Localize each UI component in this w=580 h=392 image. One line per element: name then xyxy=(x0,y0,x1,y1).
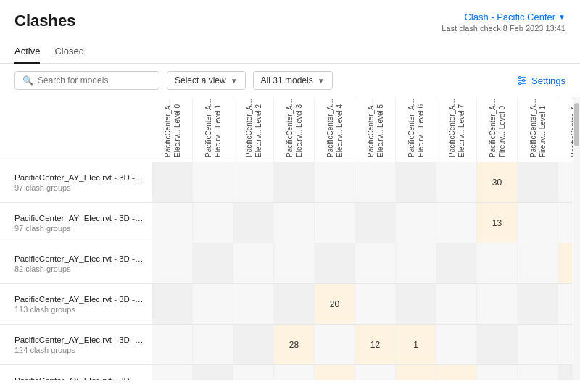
matrix-cell[interactable] xyxy=(152,162,193,202)
matrix-row: 30 xyxy=(152,162,573,203)
view-dropdown-label: Select a view xyxy=(175,75,226,86)
last-check-info: Last clash check 8 Feb 2023 13:41 xyxy=(442,24,566,33)
matrix-row: 13 xyxy=(152,203,573,243)
col-header: PacificCenter_AY_Elec.rv... Level 2 xyxy=(233,97,274,162)
matrix-cell[interactable] xyxy=(233,365,274,380)
last-check-date: 8 Feb 2023 13:41 xyxy=(503,24,566,33)
matrix-cell[interactable]: 1 xyxy=(396,325,436,364)
matrix-cell[interactable] xyxy=(518,284,558,324)
matrix-cell[interactable] xyxy=(396,284,436,324)
matrix-cell[interactable] xyxy=(274,243,315,283)
matrix-cell[interactable] xyxy=(355,162,396,202)
matrix-cell[interactable]: 14 xyxy=(558,243,573,283)
matrix-cell[interactable]: 13 xyxy=(477,203,518,243)
matrix-cell[interactable] xyxy=(152,365,193,380)
matrix-cell[interactable]: 1 xyxy=(436,365,477,380)
row-header: PacificCenter_AY_Elec.rvt - 3D - Level 2… xyxy=(0,243,152,284)
matrix-cell[interactable]: 12 xyxy=(355,325,396,364)
col-header: PacificCenter_AY_Elec.rv... Level 3 xyxy=(274,97,315,162)
row-header: PacificCenter_AY_Elec.rvt - 3D - Level 4… xyxy=(0,325,152,365)
matrix-cell[interactable] xyxy=(152,243,193,283)
tab-closed[interactable]: Closed xyxy=(54,41,83,64)
matrix-cell[interactable]: 22 xyxy=(315,365,355,380)
matrix-cell[interactable]: 15 xyxy=(396,365,436,380)
matrix-cell[interactable] xyxy=(233,203,274,243)
matrix-cell[interactable] xyxy=(315,203,355,243)
svg-point-5 xyxy=(519,83,521,85)
matrix-cell[interactable]: 20 xyxy=(315,284,355,324)
matrix-cell[interactable] xyxy=(315,325,355,364)
matrix-cell[interactable] xyxy=(193,365,233,380)
matrix-cell[interactable] xyxy=(152,203,193,243)
matrix-cell[interactable] xyxy=(396,162,436,202)
matrix-cell[interactable] xyxy=(355,203,396,243)
matrix-cell[interactable] xyxy=(518,325,558,364)
clash-matrix: PacificCenter_AY_Elec.rvt - 3D - Level 0… xyxy=(0,97,580,380)
matrix-cell[interactable] xyxy=(355,284,396,324)
matrix-cell[interactable] xyxy=(518,162,558,202)
col-header: PacificCenter_AY_Elec.rv... Level 7 xyxy=(436,97,477,162)
matrix-cell[interactable] xyxy=(558,325,573,364)
matrix-cell[interactable] xyxy=(193,325,233,364)
matrix-scroll[interactable]: PacificCenter_AY_Elec.rv... Level 0Pacif… xyxy=(152,97,573,380)
matrix-cell[interactable] xyxy=(274,203,315,243)
row-header: PacificCenter_AY_Elec.rvt - 3D - Level 5… xyxy=(0,365,152,380)
matrix-cell[interactable] xyxy=(436,243,477,283)
matrix-cell[interactable] xyxy=(436,162,477,202)
matrix-cell[interactable] xyxy=(152,325,193,364)
matrix-cell[interactable] xyxy=(477,243,518,283)
matrix-cell[interactable] xyxy=(436,203,477,243)
clash-link[interactable]: Clash - Pacific Center ▼ xyxy=(442,12,566,22)
svg-point-3 xyxy=(519,77,521,79)
matrix-cell[interactable]: 28 xyxy=(274,325,315,364)
row-header-sub: 113 clash groups xyxy=(14,305,145,314)
matrix-cell[interactable] xyxy=(233,243,274,283)
search-input[interactable] xyxy=(38,75,152,86)
matrix-cell[interactable] xyxy=(396,203,436,243)
matrix-cell[interactable] xyxy=(274,284,315,324)
matrix-cell[interactable] xyxy=(315,162,355,202)
matrix-cell[interactable] xyxy=(396,243,436,283)
matrix-cell[interactable] xyxy=(233,325,274,364)
view-dropdown[interactable]: Select a view ▼ xyxy=(167,71,246,90)
matrix-cell[interactable] xyxy=(233,284,274,324)
matrix-row: 22151 xyxy=(152,365,573,380)
matrix-cell[interactable] xyxy=(193,162,233,202)
matrix-cell[interactable] xyxy=(355,243,396,283)
row-header: PacificCenter_AY_Elec.rvt - 3D - Level 1… xyxy=(0,203,152,243)
matrix-cell[interactable] xyxy=(436,325,477,364)
matrix-cell[interactable] xyxy=(193,284,233,324)
matrix-cell[interactable] xyxy=(558,284,573,324)
matrix-cell[interactable] xyxy=(518,203,558,243)
matrix-cell[interactable] xyxy=(233,162,274,202)
settings-button[interactable]: Settings xyxy=(516,75,566,86)
matrix-cell[interactable] xyxy=(477,365,518,380)
matrix-cell[interactable] xyxy=(477,284,518,324)
col-header-text: PacificCenter_AY_Fire.rv... Level 0 xyxy=(488,98,507,157)
matrix-cell[interactable] xyxy=(315,243,355,283)
matrix-cell[interactable] xyxy=(193,243,233,283)
col-header-text: PacificCenter_AY_Elec.rv... Level 0 xyxy=(163,98,182,157)
matrix-cell[interactable] xyxy=(152,284,193,324)
matrix-cell[interactable] xyxy=(558,162,573,202)
matrix-cell[interactable] xyxy=(193,203,233,243)
col-header: PacificCenter_AY_Elec.rv... Level 1 xyxy=(193,97,233,162)
col-header-text: PacificCenter_AY_Fire.rv... Level 1 xyxy=(529,98,547,157)
matrix-cell[interactable] xyxy=(436,284,477,324)
matrix-cell[interactable] xyxy=(477,325,518,364)
chevron-down-icon: ▼ xyxy=(558,13,566,21)
matrix-cell[interactable] xyxy=(355,365,396,380)
matrix-cell[interactable] xyxy=(274,365,315,380)
matrix-cell[interactable] xyxy=(518,243,558,283)
tab-active[interactable]: Active xyxy=(14,41,40,64)
matrix-cell[interactable] xyxy=(274,162,315,202)
row-header-name: PacificCenter_AY_Elec.rvt - 3D - Level 2 xyxy=(14,254,145,263)
matrix-cell[interactable] xyxy=(558,203,573,243)
matrix-cell[interactable] xyxy=(558,365,573,380)
clash-link-text: Clash - Pacific Center xyxy=(464,12,555,22)
matrix-cell[interactable]: 30 xyxy=(477,162,518,202)
search-box[interactable]: 🔍 xyxy=(14,71,160,90)
model-dropdown[interactable]: All 31 models ▼ xyxy=(253,71,333,90)
right-scrollbar[interactable] xyxy=(573,97,580,380)
matrix-cell[interactable] xyxy=(518,365,558,380)
